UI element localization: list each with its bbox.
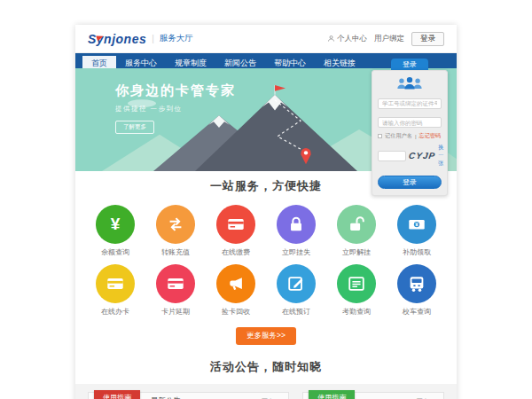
service-grid: ¥余额查询转账充值在线缴费立即挂失立即解挂¥补助领取在线办卡卡片延期捡卡回收在线… xyxy=(85,205,447,317)
bus-icon[interactable] xyxy=(397,264,436,303)
service-item[interactable]: 校车查询 xyxy=(387,264,447,317)
captcha-input[interactable] xyxy=(378,151,406,161)
person-icon xyxy=(327,35,335,43)
captcha-row: CYJP 换一张 xyxy=(378,144,442,168)
divider-text: | xyxy=(415,133,417,139)
account-input[interactable] xyxy=(378,98,442,109)
login-submit-button[interactable]: 登录 xyxy=(378,176,442,189)
service-label: 卡片延期 xyxy=(145,307,206,317)
announcements-strip: 使用指南 最新公告 更多>> 使用指南 更多>> xyxy=(75,384,457,399)
service-item[interactable]: 在线缴费 xyxy=(206,205,266,257)
transfer-arrows-icon[interactable] xyxy=(156,205,195,244)
top-header: Synjones | 服务大厅 个人中心 用户绑定 登录 xyxy=(75,25,457,53)
service-label: 在线预订 xyxy=(266,307,326,317)
edit-icon[interactable] xyxy=(277,264,316,303)
announcements-panel: 使用指南 最新公告 更多>> xyxy=(88,392,289,399)
bank-card-icon[interactable] xyxy=(216,205,255,244)
usage-guide-ribbon-tab-2[interactable]: 使用指南 xyxy=(309,390,355,399)
password-input[interactable] xyxy=(378,117,442,128)
logo-divider: | xyxy=(152,34,154,43)
remember-row: 记住用户名 | 忘记密码 xyxy=(378,132,442,140)
service-label: 在线办卡 xyxy=(85,307,145,317)
service-label: 在线缴费 xyxy=(206,247,266,257)
remember-checkbox[interactable] xyxy=(378,134,382,138)
service-item[interactable]: 在线办卡 xyxy=(85,264,145,317)
more-services-wrap: 更多服务>> xyxy=(75,325,457,345)
synjones-logo: Synjones xyxy=(88,32,146,46)
service-item[interactable]: 捡卡回收 xyxy=(206,264,266,317)
remember-label: 记住用户名 xyxy=(385,132,412,140)
bank-card-icon[interactable] xyxy=(156,264,195,303)
login-panel: 登录 记住用户名 | 忘记密码 CYJP 换一张 xyxy=(372,59,448,196)
site-name: 服务大厅 xyxy=(160,33,193,44)
logo-area: Synjones | 服务大厅 xyxy=(88,32,193,46)
banknote-icon[interactable]: ¥ xyxy=(397,205,436,244)
yen-icon[interactable]: ¥ xyxy=(96,205,135,244)
captcha-image: CYJP xyxy=(408,151,436,160)
megaphone-icon[interactable] xyxy=(216,264,255,303)
service-label: 校车查询 xyxy=(387,307,447,317)
service-item[interactable]: ¥余额查询 xyxy=(85,205,145,257)
login-tab[interactable]: 登录 xyxy=(391,59,428,70)
personal-center-link[interactable]: 个人中心 xyxy=(327,34,367,44)
more-services-button[interactable]: 更多服务>> xyxy=(236,327,296,345)
service-label: 捡卡回收 xyxy=(206,307,266,317)
announcements-section: 活动公告，随时知晓 使用指南 最新公告 更多>> 使用指南 更多>> xyxy=(75,357,457,399)
captcha-refresh-link[interactable]: 换一张 xyxy=(438,144,443,168)
user-binding-link[interactable]: 用户绑定 xyxy=(374,34,404,44)
hero-title: 你身边的卡管专家 xyxy=(115,82,236,99)
bank-card-icon[interactable] xyxy=(96,264,135,303)
login-card: 记住用户名 | 忘记密码 CYJP 换一张 登录 xyxy=(372,70,448,196)
usage-guide-ribbon-tab[interactable]: 使用指南 xyxy=(94,390,140,399)
announcements-heading: 活动公告，随时知晓 xyxy=(75,359,457,375)
service-item[interactable]: 立即挂失 xyxy=(266,205,326,257)
service-item[interactable]: 转账充值 xyxy=(145,205,206,257)
forgot-password-link[interactable]: 忘记密码 xyxy=(419,132,442,140)
hero-banner: 你身边的卡管专家 提供捷径 一步到位 了解更多 登录 记住用户名 | 忘记密码 xyxy=(75,68,457,171)
service-item[interactable]: 在线预订 xyxy=(266,264,326,317)
service-label: 立即挂失 xyxy=(266,247,326,257)
service-item[interactable]: 卡片延期 xyxy=(145,264,206,317)
service-label: 补助领取 xyxy=(387,247,447,257)
site-container: Synjones | 服务大厅 个人中心 用户绑定 登录 首页服务中心规章制度新… xyxy=(75,25,457,399)
hero-subtitle: 提供捷径 一步到位 xyxy=(115,105,236,113)
service-label: 考勤查询 xyxy=(326,307,387,317)
hero-cta-button[interactable]: 了解更多 xyxy=(115,121,154,134)
header-login-button[interactable]: 登录 xyxy=(411,32,444,46)
service-item[interactable]: ¥补助领取 xyxy=(387,205,447,257)
services-section: 一站服务，方便快捷 ¥余额查询转账充值在线缴费立即挂失立即解挂¥补助领取在线办卡… xyxy=(75,171,457,357)
service-label: 余额查询 xyxy=(85,247,145,257)
unlock-icon[interactable] xyxy=(337,205,376,244)
guide-panel: 使用指南 更多>> xyxy=(302,392,444,399)
list-icon[interactable] xyxy=(337,264,376,303)
lock-icon[interactable] xyxy=(277,205,316,244)
hero-text: 你身边的卡管专家 提供捷径 一步到位 了解更多 xyxy=(115,82,236,134)
service-item[interactable]: 立即解挂 xyxy=(326,205,387,257)
user-area: 个人中心 用户绑定 登录 xyxy=(327,32,444,46)
service-label: 转账充值 xyxy=(145,247,206,257)
service-label: 立即解挂 xyxy=(326,247,387,257)
service-item[interactable]: 考勤查询 xyxy=(326,264,387,317)
users-icon xyxy=(395,76,424,90)
